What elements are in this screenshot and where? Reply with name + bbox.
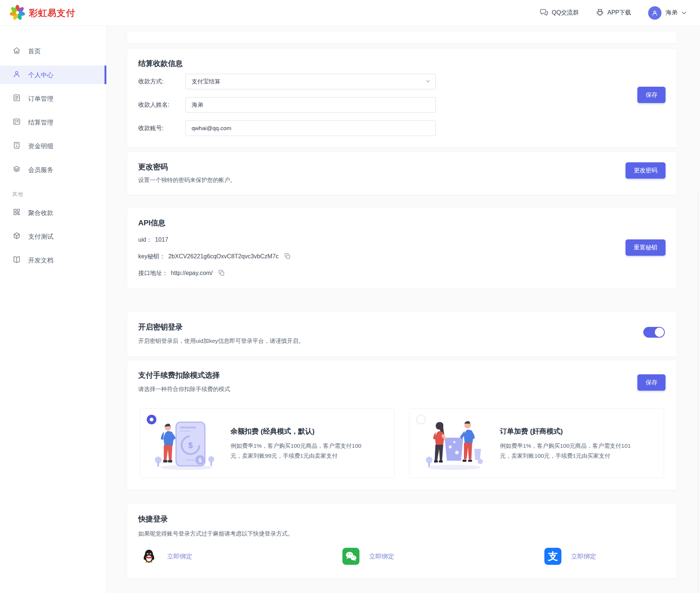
- scrolled-card-bottom: [127, 32, 677, 44]
- api-uid-label: uid：: [138, 236, 152, 244]
- copy-icon[interactable]: [218, 269, 225, 278]
- api-key-value: 2bXCV26221g6cqOxvC8T2qvc3vbCzM7c: [168, 253, 279, 260]
- sidebar-item-label: 开发文档: [28, 256, 53, 265]
- sidebar-item-label: 首页: [28, 47, 41, 56]
- two-people-shopping-illustration: [417, 415, 491, 471]
- change-password-button[interactable]: 更改密码: [626, 162, 666, 179]
- radio-unselected-icon[interactable]: [416, 415, 426, 424]
- settlement-info-card: 结算收款信息 收款方式: 支付宝结算 收款人姓名: 收款账号: 保存: [127, 48, 677, 148]
- select-caret-icon: [425, 79, 431, 85]
- qq-group-label: QQ交流群: [552, 9, 579, 17]
- scrollbar-track[interactable]: [698, 189, 699, 593]
- fee-mode-desc: 请选择一种符合你扣除手续费的模式: [138, 385, 666, 394]
- payment-method-select[interactable]: 支付宝结算: [185, 74, 436, 89]
- mode-balance-title: 余额扣费 (经典模式，默认): [230, 427, 368, 436]
- top-header: 彩虹易支付 QQ交流群 APP下载: [0, 0, 700, 26]
- copy-icon[interactable]: [284, 252, 291, 261]
- settlement-save-button[interactable]: 保存: [637, 87, 666, 103]
- home-icon: [12, 46, 21, 57]
- alipay-icon[interactable]: 支: [544, 548, 561, 565]
- user-avatar: [648, 6, 661, 20]
- bind-qq-link[interactable]: 立即绑定: [167, 552, 192, 561]
- api-info-title: API信息: [138, 218, 666, 228]
- sidebar-item-personal-center[interactable]: 个人中心: [0, 66, 106, 84]
- cube-icon: [12, 231, 21, 242]
- fee-mode-option-order-surcharge[interactable]: 订单加费 (奸商模式) 例如费率1%，客户购买100元商品，客户需支付101元，…: [409, 408, 664, 478]
- payee-account-row: 收款账号:: [138, 120, 666, 136]
- key-login-card: 开启密钥登录 开启密钥登录后，使用uid加key信息即可登录平台，请谨慎开启。: [127, 312, 677, 357]
- key-login-title: 开启密钥登录: [138, 322, 666, 332]
- rainbow-flower-logo-icon: [9, 4, 26, 22]
- sidebar-item-home[interactable]: 首页: [0, 42, 106, 60]
- payee-name-label: 收款人姓名:: [138, 101, 185, 109]
- bind-alipay-link[interactable]: 立即绑定: [571, 552, 596, 561]
- api-key-row: key秘钥： 2bXCV26221g6cqOxvC8T2qvc3vbCzM7c: [138, 252, 666, 261]
- api-uid-value: 1017: [155, 236, 168, 243]
- chevron-down-icon: [681, 10, 687, 16]
- api-url-row: 接口地址： http://epay.com/: [138, 269, 666, 278]
- wechat-icon[interactable]: [342, 548, 359, 565]
- payee-account-label: 收款账号:: [138, 125, 185, 132]
- book-icon: [12, 255, 21, 266]
- api-uid-row: uid： 1017: [138, 235, 666, 244]
- api-url-label: 接口地址：: [138, 269, 168, 277]
- quick-login-card: 快捷登录 如果呢觉得账号登录方式过于麻烦请考虑以下快捷登录方式。: [127, 504, 677, 579]
- payee-account-input[interactable]: [185, 120, 436, 136]
- payment-method-row: 收款方式: 支付宝结算: [138, 74, 666, 89]
- svg-text:$: $: [188, 441, 193, 450]
- app-download-link[interactable]: APP下载: [596, 8, 631, 18]
- app-download-label: APP下载: [607, 9, 631, 17]
- sidebar-item-label: 结算管理: [28, 118, 53, 127]
- payee-name-row: 收款人姓名:: [138, 97, 666, 113]
- sidebar-item-aggregate-collection[interactable]: 聚合收款: [0, 203, 106, 222]
- sidebar-item-label: 支付测试: [28, 232, 53, 241]
- sidebar-item-label: 个人中心: [28, 71, 53, 79]
- change-password-desc: 设置一个独特的密码来保护您的帐户。: [138, 176, 666, 185]
- fee-mode-title: 支付手续费扣除模式选择: [138, 370, 666, 380]
- username: 海弟: [666, 9, 677, 17]
- api-key-label: key秘钥：: [138, 253, 165, 261]
- mode-balance-desc: 例如费率1%，客户购买100元商品，客户需支付100元，卖家到账99元，手续费1…: [230, 441, 368, 461]
- user-menu[interactable]: 海弟: [648, 6, 687, 20]
- radio-selected-icon[interactable]: [147, 415, 156, 424]
- mode-surcharge-title: 订单加费 (奸商模式): [500, 427, 637, 436]
- main-content: 结算收款信息 收款方式: 支付宝结算 收款人姓名: 收款账号: 保存: [107, 26, 700, 593]
- reset-key-button[interactable]: 重置秘钥: [626, 239, 666, 256]
- sidebar-item-funds-detail[interactable]: $ 资金明细: [0, 137, 106, 155]
- sidebar-item-label: 会员服务: [28, 166, 53, 174]
- key-login-desc: 开启密钥登录后，使用uid加key信息即可登录平台，请谨慎开启。: [138, 337, 666, 345]
- qrcode-icon: [12, 208, 21, 218]
- person-icon: [12, 70, 21, 80]
- app-title: 彩虹易支付: [29, 7, 75, 19]
- sidebar-section-other: 其他: [12, 191, 106, 198]
- order-list-icon: [12, 93, 21, 104]
- api-url-value: http://epay.com/: [171, 270, 213, 276]
- fee-mode-option-balance-deduct[interactable]: $ $: [140, 408, 395, 478]
- settlement-card-icon: [12, 117, 21, 128]
- bind-wechat-link[interactable]: 立即绑定: [369, 552, 394, 561]
- payee-name-input[interactable]: [185, 97, 436, 113]
- key-login-toggle[interactable]: [643, 327, 665, 338]
- quick-login-desc: 如果呢觉得账号登录方式过于麻烦请考虑以下快捷登录方式。: [138, 529, 666, 538]
- svg-text:$: $: [16, 145, 18, 148]
- sidebar-item-order-management[interactable]: 订单管理: [0, 89, 106, 108]
- sidebar-item-payment-test[interactable]: 支付测试: [0, 227, 106, 246]
- mode-surcharge-desc: 例如费率1%，客户购买100元商品，客户需支付101元，卖家到账100元，手续费…: [500, 441, 637, 461]
- fee-mode-card: 支付手续费扣除模式选择 请选择一种符合你扣除手续费的模式 保存 $: [127, 360, 677, 490]
- sidebar-item-label: 订单管理: [28, 95, 53, 103]
- qq-icon[interactable]: [140, 548, 157, 565]
- svg-text:$: $: [199, 457, 202, 463]
- sidebar-item-dev-docs[interactable]: 开发文档: [0, 251, 106, 269]
- layers-icon: [12, 165, 21, 175]
- qq-group-link[interactable]: QQ交流群: [540, 8, 579, 18]
- fee-mode-save-button[interactable]: 保存: [637, 374, 666, 391]
- quick-login-title: 快捷登录: [138, 514, 666, 524]
- payment-method-label: 收款方式:: [138, 78, 185, 86]
- bind-item-qq: 立即绑定: [140, 548, 342, 565]
- change-password-title: 更改密码: [138, 162, 666, 172]
- bind-item-alipay: 支 立即绑定: [544, 548, 700, 565]
- sidebar-item-settlement-management[interactable]: 结算管理: [0, 113, 106, 132]
- sidebar-item-member-services[interactable]: 会员服务: [0, 160, 106, 179]
- sidebar-item-label: 资金明细: [28, 142, 53, 150]
- chat-bubble-icon: [540, 8, 548, 18]
